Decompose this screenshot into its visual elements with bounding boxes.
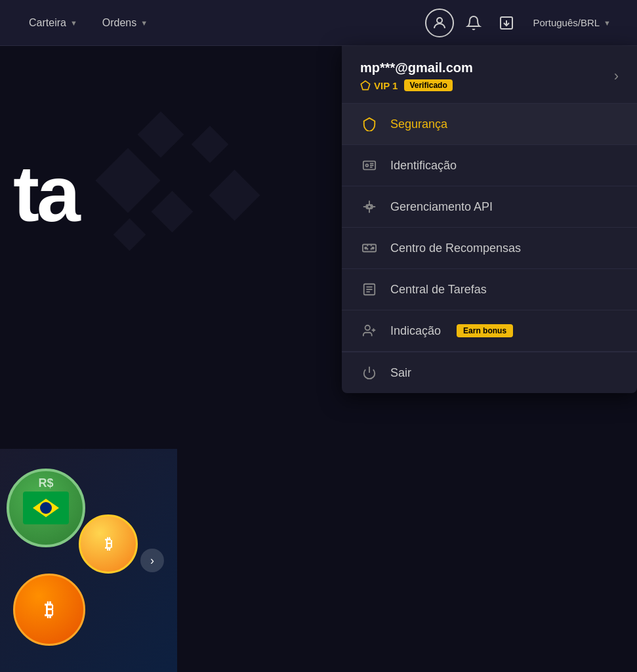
coin-btc-large: ₿ [13, 574, 85, 646]
menu-item-seguranca[interactable]: Segurança [342, 104, 637, 145]
coins-next-arrow[interactable]: › [140, 549, 164, 572]
svg-marker-3 [361, 81, 369, 89]
svg-point-15 [372, 247, 374, 249]
user-icon [432, 15, 447, 31]
navbar: Carteira ▼ Ordens ▼ Português/BRL ▼ [0, 0, 637, 46]
api-icon [360, 200, 379, 214]
diamond-4 [192, 126, 229, 163]
svg-rect-4 [363, 161, 375, 170]
power-icon [360, 366, 379, 380]
nav-ordens[interactable]: Ordens ▼ [93, 12, 157, 34]
menu-item-identificacao[interactable]: Identificação [342, 145, 637, 186]
vip-label: VIP 1 [374, 80, 398, 91]
verified-badge: Verificado [404, 79, 452, 91]
dropdown-header-arrow[interactable]: › [614, 68, 619, 85]
tasks-icon [360, 282, 379, 297]
menu-item-tarefas-label: Central de Tarefas [390, 283, 487, 297]
diamond-1 [138, 112, 184, 158]
vip-diamond-icon [360, 80, 371, 91]
nav-carteira[interactable]: Carteira ▼ [20, 12, 87, 34]
coin-btc-gold: ₿ [79, 514, 138, 574]
bg-diamonds [0, 79, 276, 407]
id-card-icon [360, 158, 379, 173]
svg-point-5 [366, 164, 369, 167]
menu-item-api[interactable]: Gerenciamento API [342, 186, 637, 228]
menu-item-identificacao-label: Identificação [390, 159, 457, 173]
menu-item-indicacao-label: Indicação [390, 324, 441, 338]
download-button[interactable] [493, 10, 520, 36]
nav-ordens-chevron: ▼ [140, 19, 148, 27]
language-label: Português/BRL [533, 17, 600, 28]
nav-ordens-label: Ordens [102, 17, 136, 29]
earn-bonus-badge: Earn bonus [457, 324, 513, 337]
vip-badge: VIP 1 [360, 80, 398, 91]
dropdown-header[interactable]: mp***@gmail.com VIP 1 Verificado › [342, 46, 637, 104]
menu-item-sair[interactable]: Sair [342, 352, 637, 393]
user-email: mp***@gmail.com [360, 60, 473, 75]
user-info: mp***@gmail.com VIP 1 Verificado [360, 60, 473, 91]
svg-point-14 [365, 247, 367, 249]
diamond-2 [96, 148, 161, 213]
download-icon [499, 15, 514, 31]
diamond-5 [209, 170, 260, 221]
coin-brl: R$ [7, 469, 85, 547]
menu-item-sair-label: Sair [390, 366, 411, 380]
nav-carteira-label: Carteira [29, 17, 66, 29]
language-selector[interactable]: Português/BRL ▼ [526, 13, 617, 32]
svg-point-20 [365, 326, 370, 330]
user-menu-button[interactable] [425, 9, 454, 37]
language-chevron: ▼ [604, 19, 611, 27]
user-dropdown-menu: mp***@gmail.com VIP 1 Verificado › Segur… [342, 46, 637, 393]
menu-item-recompensas-label: Centro de Recompensas [390, 242, 521, 255]
menu-item-seguranca-label: Segurança [390, 117, 447, 131]
user-plus-icon [360, 324, 379, 338]
diamond-6 [113, 219, 146, 251]
menu-item-indicacao[interactable]: Indicação Earn bonus [342, 310, 637, 352]
menu-item-recompensas[interactable]: Centro de Recompensas [342, 228, 637, 269]
notifications-button[interactable] [461, 10, 487, 36]
menu-item-tarefas[interactable]: Central de Tarefas [342, 269, 637, 310]
ticket-icon [360, 241, 379, 255]
shield-icon [360, 117, 379, 131]
nav-carteira-chevron: ▼ [70, 19, 77, 27]
diamond-3 [152, 191, 194, 233]
menu-item-api-label: Gerenciamento API [390, 200, 493, 214]
bell-icon [466, 15, 482, 31]
coins-promotional-area: R$ ₿ ₿ › [0, 449, 177, 672]
svg-point-0 [437, 18, 442, 23]
user-vip-row: VIP 1 Verificado [360, 79, 473, 91]
bg-large-text: ta [0, 154, 78, 233]
